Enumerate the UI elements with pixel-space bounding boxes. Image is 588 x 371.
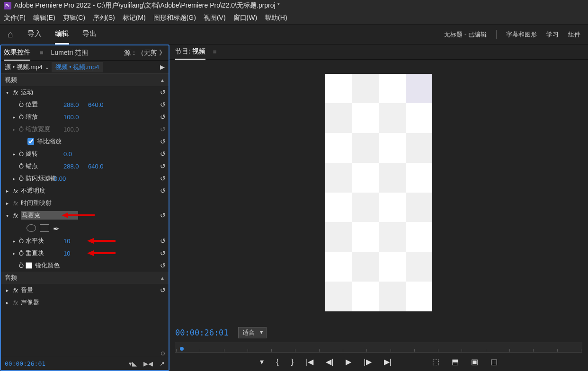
menu-help[interactable]: 帮助(H): [265, 14, 287, 22]
menu-window[interactable]: 窗口(W): [233, 14, 258, 22]
tab-lumetri[interactable]: Lumetri 范围: [51, 46, 89, 60]
fx-badge-icon[interactable]: fx: [10, 212, 21, 219]
reset-icon[interactable]: ↺: [160, 162, 166, 170]
chevron-right-icon[interactable]: ▸: [4, 300, 10, 305]
anchor-y[interactable]: 640.0: [88, 163, 113, 170]
tab-source[interactable]: 源：（无剪 》: [124, 46, 166, 60]
workspace-learn[interactable]: 学习: [546, 30, 559, 39]
stopwatch-icon[interactable]: Ŏ: [17, 175, 26, 182]
program-timecode[interactable]: 00:00:26:01: [175, 328, 229, 337]
reset-icon[interactable]: ↺: [160, 212, 166, 219]
menu-sequence[interactable]: 序列(S): [93, 14, 115, 22]
keyframe-nav-icon[interactable]: ▶◀: [143, 360, 153, 367]
stopwatch-icon[interactable]: Ŏ: [17, 238, 26, 245]
export-frame-icon[interactable]: ↗: [160, 360, 165, 367]
fx-volume[interactable]: 音量: [21, 286, 33, 294]
workspace-group[interactable]: 组件: [568, 30, 580, 39]
fx-badge-icon[interactable]: fx: [10, 89, 21, 96]
chevron-right-icon[interactable]: ▸: [10, 127, 17, 132]
chevron-right-icon[interactable]: ▸: [10, 176, 17, 181]
reset-icon[interactable]: ↺: [160, 101, 166, 108]
stopwatch-icon[interactable]: Ŏ: [17, 262, 26, 269]
go-to-in-icon[interactable]: |◀: [306, 357, 313, 366]
lift-icon[interactable]: ⬚: [432, 357, 439, 366]
antiflicker-value[interactable]: 0.00: [54, 175, 79, 182]
chevron-right-icon[interactable]: ▸: [4, 288, 10, 293]
tab-import[interactable]: 导入: [27, 25, 42, 44]
timecode-left[interactable]: 00:00:26:01: [5, 360, 45, 367]
menu-graphics[interactable]: 图形和标题(G): [153, 14, 196, 22]
tab-edit[interactable]: 编辑: [55, 25, 69, 44]
go-to-out-icon[interactable]: ▶|: [384, 357, 392, 366]
extract-icon[interactable]: ⬒: [452, 357, 459, 366]
home-icon[interactable]: ⌂: [8, 29, 13, 40]
chevron-right-icon[interactable]: ▸: [10, 238, 17, 244]
menu-view[interactable]: 视图(V): [204, 14, 226, 22]
menu-clip[interactable]: 剪辑(C): [63, 14, 85, 22]
play-icon[interactable]: ▶: [346, 357, 351, 366]
fx-panner[interactable]: 声像器: [21, 298, 39, 307]
chevron-right-icon[interactable]: ▸: [10, 151, 17, 157]
chevron-right-icon[interactable]: ▸: [10, 251, 17, 256]
menu-file[interactable]: 文件(F): [4, 14, 26, 22]
stopwatch-icon[interactable]: Ŏ: [17, 163, 26, 170]
step-back-icon[interactable]: ◀|: [326, 357, 333, 366]
panel-menu-icon[interactable]: ≡: [40, 49, 44, 56]
scale-value[interactable]: 100.0: [63, 114, 88, 121]
reset-icon[interactable]: ↺: [160, 88, 166, 96]
collapse-audio-icon[interactable]: ▲: [160, 275, 165, 281]
fx-motion[interactable]: 运动: [21, 88, 33, 97]
menu-edit[interactable]: 编辑(E): [33, 14, 55, 22]
chevron-right-icon[interactable]: ▸: [4, 188, 10, 194]
chevron-right-icon[interactable]: ▸: [4, 201, 10, 206]
mark-out-bracket-icon[interactable]: }: [291, 358, 294, 366]
stopwatch-icon[interactable]: Ŏ: [17, 101, 26, 108]
reset-icon[interactable]: ↺: [160, 249, 166, 257]
reset-icon[interactable]: ↺: [160, 237, 166, 245]
comparison-icon[interactable]: ◫: [490, 357, 498, 366]
menu-marker[interactable]: 标记(M): [123, 14, 146, 22]
reset-icon[interactable]: ↺: [160, 138, 166, 145]
vblocks-value[interactable]: 10: [63, 250, 88, 257]
position-y[interactable]: 640.0: [88, 101, 113, 108]
zoom-fit-select[interactable]: 适合: [238, 327, 267, 338]
stopwatch-icon[interactable]: Ŏ: [17, 150, 26, 158]
workspace-caps[interactable]: 字幕和图形: [506, 30, 537, 39]
chevron-down-icon[interactable]: ▾: [4, 213, 10, 218]
reset-icon[interactable]: ↺: [160, 113, 166, 121]
mask-ellipse-icon[interactable]: [27, 224, 36, 232]
tab-export[interactable]: 导出: [82, 25, 97, 44]
scrub-bar[interactable]: [175, 342, 582, 353]
reset-icon[interactable]: ↺: [160, 262, 166, 269]
stopwatch-icon[interactable]: Ŏ: [17, 114, 26, 121]
sequence-clip-link[interactable]: 视频 • 视频.mp4: [52, 62, 103, 72]
zoom-handle-icon[interactable]: [161, 352, 165, 355]
reset-icon[interactable]: ↺: [160, 187, 166, 194]
fx-opacity[interactable]: 不透明度: [21, 186, 45, 195]
camera-icon[interactable]: ▣: [471, 357, 478, 366]
tab-program[interactable]: 节目: 视频: [175, 44, 205, 60]
reset-icon[interactable]: ↺: [160, 175, 166, 182]
chevron-right-icon[interactable]: ▸: [10, 115, 17, 120]
play-segment-icon[interactable]: ▶: [160, 63, 165, 71]
fx-badge-icon[interactable]: fx: [10, 287, 21, 294]
fx-time-remap[interactable]: 时间重映射: [21, 199, 52, 207]
source-dropdown-icon[interactable]: ⌄: [45, 63, 50, 71]
filter-icon[interactable]: ▾◣: [129, 360, 137, 367]
reset-icon[interactable]: ↺: [160, 150, 166, 158]
mark-in-bracket-icon[interactable]: {: [276, 358, 278, 366]
sharp-color-checkbox[interactable]: [26, 262, 32, 269]
fx-mosaic[interactable]: 马赛克: [21, 211, 78, 220]
anchor-x[interactable]: 288.0: [63, 163, 88, 170]
fx-badge-icon[interactable]: fx: [10, 187, 21, 194]
stopwatch-icon[interactable]: Ŏ: [17, 250, 26, 257]
panel-menu-icon[interactable]: ≡: [213, 48, 217, 55]
chevron-down-icon[interactable]: ▾: [4, 90, 10, 95]
playhead-icon[interactable]: [180, 347, 184, 351]
mark-in-icon[interactable]: ▾: [260, 357, 264, 366]
reset-icon[interactable]: ↺: [160, 286, 166, 294]
position-x[interactable]: 288.0: [63, 101, 88, 108]
program-monitor[interactable]: [169, 60, 588, 325]
hblocks-value[interactable]: 10: [63, 238, 88, 245]
rotation-value[interactable]: 0.0: [63, 150, 88, 158]
